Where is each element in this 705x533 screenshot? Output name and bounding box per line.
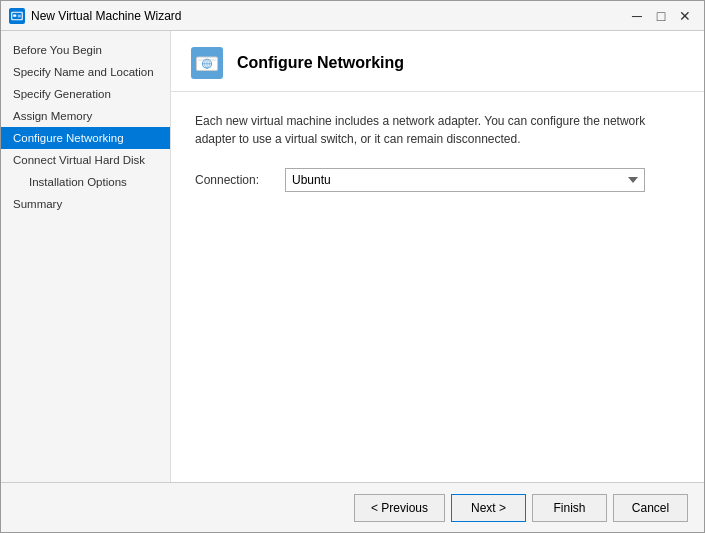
page-header-icon <box>191 47 223 79</box>
minimize-button[interactable]: ─ <box>626 5 648 27</box>
page-body: Each new virtual machine includes a netw… <box>171 92 704 482</box>
main-content: Configure Networking Each new virtual ma… <box>171 31 704 482</box>
window-controls: ─ □ ✕ <box>626 5 696 27</box>
next-button[interactable]: Next > <box>451 494 526 522</box>
description-text: Each new virtual machine includes a netw… <box>195 112 675 148</box>
sidebar-item-connect-vhd[interactable]: Connect Virtual Hard Disk <box>1 149 170 171</box>
page-title: Configure Networking <box>237 54 404 72</box>
svg-rect-1 <box>13 14 16 16</box>
connection-row: Connection: Ubuntu Default Switch Not Co… <box>195 168 680 192</box>
window-title: New Virtual Machine Wizard <box>31 9 626 23</box>
sidebar-item-assign-memory[interactable]: Assign Memory <box>1 105 170 127</box>
footer: < Previous Next > Finish Cancel <box>1 482 704 532</box>
maximize-button[interactable]: □ <box>650 5 672 27</box>
wizard-window: New Virtual Machine Wizard ─ □ ✕ Before … <box>0 0 705 533</box>
sidebar-item-specify-generation[interactable]: Specify Generation <box>1 83 170 105</box>
sidebar: Before You Begin Specify Name and Locati… <box>1 31 171 482</box>
cancel-button[interactable]: Cancel <box>613 494 688 522</box>
sidebar-item-specify-name[interactable]: Specify Name and Location <box>1 61 170 83</box>
previous-button[interactable]: < Previous <box>354 494 445 522</box>
sidebar-item-summary[interactable]: Summary <box>1 193 170 215</box>
sidebar-item-installation-options[interactable]: Installation Options <box>1 171 170 193</box>
page-header: Configure Networking <box>171 31 704 92</box>
title-bar: New Virtual Machine Wizard ─ □ ✕ <box>1 1 704 31</box>
connection-label: Connection: <box>195 173 275 187</box>
close-button[interactable]: ✕ <box>674 5 696 27</box>
sidebar-item-configure-networking[interactable]: Configure Networking <box>1 127 170 149</box>
finish-button[interactable]: Finish <box>532 494 607 522</box>
sidebar-item-before-you-begin[interactable]: Before You Begin <box>1 39 170 61</box>
window-icon <box>9 8 25 24</box>
connection-select[interactable]: Ubuntu Default Switch Not Connected <box>285 168 645 192</box>
content-area: Before You Begin Specify Name and Locati… <box>1 31 704 482</box>
